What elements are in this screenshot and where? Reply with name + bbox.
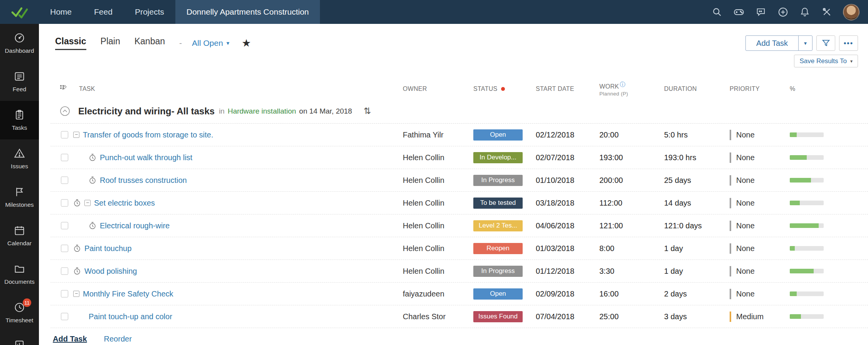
task-cell: −Set electric boxes	[50, 192, 403, 214]
row-checkbox[interactable]	[61, 131, 68, 139]
sort-icon[interactable]: ⇅	[363, 106, 371, 116]
sidebar-item-reports[interactable]	[0, 332, 39, 345]
tab-classic[interactable]: Classic	[55, 36, 86, 50]
row-checkbox[interactable]	[61, 313, 68, 320]
tools-icon[interactable]	[821, 6, 833, 18]
status-badge[interactable]: In Progress	[473, 175, 523, 186]
progress-bar	[790, 246, 824, 251]
row-checkbox[interactable]	[61, 199, 68, 207]
task-filter-dropdown[interactable]: All Open ▾	[192, 39, 229, 48]
sidebar-item-milestones[interactable]: Milestones	[0, 178, 39, 216]
add-task-split-button[interactable]: Add Task ▾	[745, 35, 812, 51]
row-checkbox[interactable]	[61, 222, 68, 229]
nav-utilities	[711, 4, 868, 20]
app-logo[interactable]	[0, 0, 39, 24]
table-row[interactable]: −Transfer of goods from storage to site.…	[50, 124, 868, 146]
table-row[interactable]: Punch-out walk through list Helen Collin…	[50, 146, 868, 169]
task-link[interactable]: Wood polishing	[84, 267, 137, 276]
chevron-down-icon: ▾	[227, 40, 230, 47]
search-icon[interactable]	[711, 6, 723, 18]
avatar[interactable]	[843, 4, 860, 20]
collapse-icon[interactable]: −	[73, 291, 79, 297]
tab-kanban[interactable]: Kanban	[135, 36, 165, 50]
issues-icon	[14, 147, 25, 159]
progress-fill	[790, 314, 801, 319]
favorite-star-icon[interactable]: ★	[242, 38, 251, 49]
status-badge[interactable]: In Develop...	[473, 152, 523, 163]
games-icon[interactable]	[733, 6, 745, 18]
priority-bar	[730, 289, 731, 299]
table-row[interactable]: Electrical rough-wire Helen Collin Level…	[50, 214, 868, 237]
info-icon[interactable]: ⓘ	[620, 81, 625, 87]
task-link[interactable]: Transfer of goods from storage to site.	[83, 131, 213, 139]
add-icon[interactable]	[777, 6, 789, 18]
task-link[interactable]: Set electric boxes	[94, 199, 155, 208]
row-checkbox[interactable]	[61, 245, 68, 252]
table-row[interactable]: −Set electric boxes Helen Collin To be t…	[50, 192, 868, 214]
sidebar-item-feed[interactable]: Feed	[0, 62, 39, 101]
sidebar-item-timesheet[interactable]: 11Timesheet	[0, 293, 39, 332]
row-checkbox[interactable]	[61, 154, 68, 161]
sidebar-item-dashboard[interactable]: Dashboard	[0, 24, 39, 62]
table-row[interactable]: −Monthly Fire Safety Check faiyazudeen O…	[50, 283, 868, 305]
status-badge[interactable]: Issues Found	[473, 311, 523, 322]
task-link[interactable]: Paint touchup	[84, 244, 131, 253]
add-task-button[interactable]: Add Task	[746, 36, 798, 50]
task-filter-label: All Open	[192, 39, 223, 48]
column-picker-icon[interactable]	[60, 84, 67, 94]
status-badge[interactable]: Level 2 Tes...	[473, 220, 523, 231]
row-checkbox[interactable]	[61, 177, 68, 184]
table-row[interactable]: Wood polishing Helen Collin In Progress …	[50, 260, 868, 283]
task-link[interactable]: Roof trusses construction	[100, 176, 187, 185]
sidebar-items: DashboardFeedTasksIssuesMilestonesCalend…	[0, 24, 39, 345]
task-link[interactable]: Punch-out walk through list	[100, 153, 192, 162]
chevron-down-icon: ▾	[850, 59, 853, 64]
row-checkbox[interactable]	[61, 268, 68, 275]
footer-reorder-link[interactable]: Reorder	[104, 335, 132, 343]
nav-feed[interactable]: Feed	[83, 0, 124, 24]
support-chat-icon[interactable]	[755, 6, 767, 18]
task-link[interactable]: Electrical rough-wire	[100, 221, 170, 230]
save-results-button[interactable]: Save Results To ▾	[794, 55, 858, 67]
status-badge[interactable]: To be tested	[473, 198, 523, 209]
status-badge[interactable]: Open	[473, 129, 523, 141]
start-date-cell: 01/12/2018	[536, 267, 599, 276]
nav-projects[interactable]: Projects	[124, 0, 175, 24]
sidebar-item-label: Timesheet	[6, 317, 34, 324]
notifications-icon[interactable]	[799, 6, 811, 18]
table-row[interactable]: Roof trusses construction Helen Collin I…	[50, 169, 868, 192]
status-cell: Issues Found	[473, 311, 536, 322]
table-row[interactable]: Paint touchup Helen Collin Reopen 01/03/…	[50, 237, 868, 260]
more-options-button[interactable]: •••	[839, 35, 858, 51]
sidebar-item-calendar[interactable]: Calendar	[0, 216, 39, 255]
status-badge[interactable]: Reopen	[473, 243, 523, 254]
sidebar-item-tasks[interactable]: Tasks	[0, 101, 39, 139]
add-task-caret[interactable]: ▾	[798, 36, 812, 50]
tab-plain[interactable]: Plain	[101, 36, 120, 50]
task-cell: Roof trusses construction	[50, 169, 403, 191]
group-collapse-icon[interactable]	[60, 106, 70, 116]
nav-current-project[interactable]: Donnelly Apartments Construction	[175, 0, 320, 24]
status-badge[interactable]: Open	[473, 288, 523, 300]
status-badge[interactable]: In Progress	[473, 266, 523, 277]
collapse-icon[interactable]: −	[73, 132, 79, 138]
priority-label: Medium	[736, 312, 764, 321]
nav-home[interactable]: Home	[39, 0, 83, 24]
sidebar-item-documents[interactable]: Documents	[0, 255, 39, 293]
filter-button[interactable]	[816, 35, 835, 51]
task-link[interactable]: Monthly Fire Safety Check	[83, 290, 173, 298]
group-milestone-link[interactable]: Hardware installation	[228, 107, 296, 116]
progress-fill	[790, 291, 797, 296]
duration-cell: 25 days	[664, 176, 730, 185]
footer-add-task-link[interactable]: Add Task	[53, 335, 87, 343]
task-cell: Paint touch-up and color	[50, 305, 403, 328]
calendar-icon	[14, 224, 25, 236]
task-link[interactable]: Paint touch-up and color	[89, 312, 172, 321]
funnel-icon	[822, 39, 830, 47]
row-checkbox[interactable]	[61, 290, 68, 298]
start-date-cell: 01/03/2018	[536, 244, 599, 253]
sidebar-item-issues[interactable]: Issues	[0, 139, 39, 178]
table-row[interactable]: Paint touch-up and color Charles Stor Is…	[50, 305, 868, 328]
collapse-icon[interactable]: −	[84, 200, 91, 206]
work-cell: 200:00	[599, 176, 664, 185]
